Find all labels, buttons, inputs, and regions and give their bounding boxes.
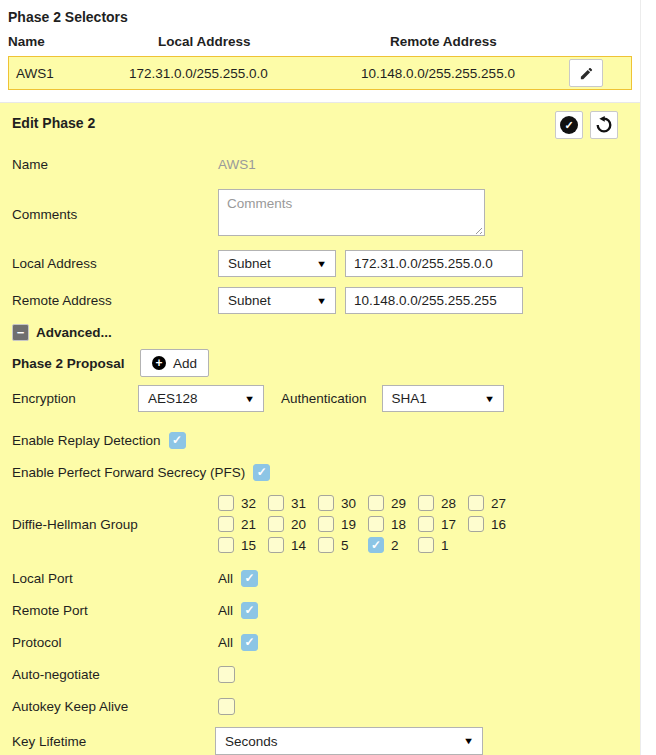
dh-group-16-checkbox[interactable] xyxy=(468,516,484,532)
dh-group-19-checkbox[interactable] xyxy=(318,516,334,532)
auto-negotiate-label: Auto-negotiate xyxy=(12,667,218,682)
remote-port-all-label: All xyxy=(218,603,233,618)
comments-textarea[interactable] xyxy=(218,189,485,236)
dh-group-row: Diffie-Hellman Group 32 31 30 29 28 27 2… xyxy=(12,495,628,553)
local-address-label: Local Address xyxy=(12,256,218,271)
check-circle-icon xyxy=(560,116,578,134)
remote-port-row: Remote Port All xyxy=(12,599,628,621)
local-address-type-select[interactable]: Subnet ▼ xyxy=(218,250,336,277)
dh-group-17-label: 17 xyxy=(441,517,456,532)
replay-detection-checkbox[interactable] xyxy=(169,432,186,449)
chevron-down-icon: ▼ xyxy=(316,259,327,269)
phase2-selectors-title: Phase 2 Selectors xyxy=(8,9,632,25)
column-header-name: Name xyxy=(8,34,128,49)
dh-group-21-label: 21 xyxy=(241,517,256,532)
authentication-select[interactable]: SHA1 ▼ xyxy=(382,385,504,412)
selector-name-cell: AWS1 xyxy=(16,66,129,81)
remote-address-type-select[interactable]: Subnet ▼ xyxy=(218,287,336,314)
protocol-all-checkbox[interactable] xyxy=(241,634,258,651)
dh-group-21-checkbox[interactable] xyxy=(218,516,234,532)
dh-group-32-checkbox[interactable] xyxy=(218,495,234,511)
local-address-row: Local Address Subnet ▼ xyxy=(12,250,628,277)
table-row[interactable]: AWS1 172.31.0.0/255.255.0.0 10.148.0.0/2… xyxy=(8,56,632,90)
dh-group-28-checkbox[interactable] xyxy=(418,495,434,511)
dh-group-19-label: 19 xyxy=(341,517,356,532)
plus-circle-icon: + xyxy=(152,356,166,370)
dh-group-32-label: 32 xyxy=(241,496,256,511)
vpn-phase2-page: Phase 2 Selectors Name Local Address Rem… xyxy=(0,0,641,755)
protocol-label: Protocol xyxy=(12,635,218,650)
encryption-select[interactable]: AES128 ▼ xyxy=(138,385,264,412)
key-lifetime-label: Key Lifetime xyxy=(12,734,215,749)
chevron-down-icon: ▼ xyxy=(316,296,327,306)
dh-group-1-checkbox[interactable] xyxy=(418,537,434,553)
dh-group-2-label: 2 xyxy=(391,538,399,553)
dh-group-27-checkbox[interactable] xyxy=(468,495,484,511)
name-label: Name xyxy=(12,157,218,172)
dh-group-16-label: 16 xyxy=(491,517,506,532)
dh-group-27-label: 27 xyxy=(491,496,506,511)
key-lifetime-value: Seconds xyxy=(225,734,278,749)
phase2-proposal-label: Phase 2 Proposal xyxy=(12,356,140,371)
autokey-keep-alive-label: Autokey Keep Alive xyxy=(12,699,218,714)
dh-group-18-checkbox[interactable] xyxy=(368,516,384,532)
remote-address-type-value: Subnet xyxy=(228,293,271,308)
dh-group-15-checkbox[interactable] xyxy=(218,537,234,553)
autokey-keep-alive-checkbox[interactable] xyxy=(218,698,235,715)
chevron-down-icon: ▼ xyxy=(244,394,255,404)
authentication-label: Authentication xyxy=(281,391,367,406)
pfs-row: Enable Perfect Forward Secrecy (PFS) xyxy=(12,461,628,483)
chevron-down-icon: ▼ xyxy=(463,736,474,746)
dh-group-18-label: 18 xyxy=(391,517,406,532)
selectors-table-header: Name Local Address Remote Address xyxy=(8,34,632,49)
auto-negotiate-checkbox[interactable] xyxy=(218,666,235,683)
dh-group-14-label: 14 xyxy=(291,538,306,553)
revert-button[interactable] xyxy=(590,111,618,139)
local-port-all-checkbox[interactable] xyxy=(241,570,258,587)
replay-detection-label: Enable Replay Detection xyxy=(12,433,161,448)
dh-group-5-label: 5 xyxy=(341,538,349,553)
key-lifetime-select[interactable]: Seconds ▼ xyxy=(215,727,483,755)
dh-group-2-checkbox[interactable] xyxy=(368,537,384,553)
local-address-type-value: Subnet xyxy=(228,256,271,271)
dh-group-31-checkbox[interactable] xyxy=(268,495,284,511)
remote-port-all-checkbox[interactable] xyxy=(241,602,258,619)
chevron-down-icon: ▼ xyxy=(484,394,495,404)
dh-group-5-checkbox[interactable] xyxy=(318,537,334,553)
add-proposal-button[interactable]: + Add xyxy=(140,349,209,377)
remote-address-input[interactable] xyxy=(345,287,523,314)
dh-group-grid: 32 31 30 29 28 27 21 20 19 18 17 16 15 xyxy=(218,495,518,553)
dh-group-20-label: 20 xyxy=(291,517,306,532)
add-button-label: Add xyxy=(173,356,197,371)
header-buttons xyxy=(555,111,618,139)
dh-group-14-checkbox[interactable] xyxy=(268,537,284,553)
local-port-row: Local Port All xyxy=(12,567,628,589)
edit-selector-button[interactable] xyxy=(569,59,603,87)
advanced-row: Advanced... xyxy=(12,324,628,341)
dh-group-label: Diffie-Hellman Group xyxy=(12,517,218,532)
dh-group-31-label: 31 xyxy=(291,496,306,511)
column-header-remote-address: Remote Address xyxy=(360,34,632,49)
pfs-checkbox[interactable] xyxy=(253,464,270,481)
dh-group-29-label: 29 xyxy=(391,496,406,511)
name-value: AWS1 xyxy=(218,157,256,172)
edit-phase2-header: Edit Phase 2 xyxy=(12,111,628,139)
remote-port-label: Remote Port xyxy=(12,603,218,618)
comments-label: Comments xyxy=(12,207,218,222)
collapse-minus-icon[interactable] xyxy=(12,324,29,341)
encryption-row: Encryption AES128 ▼ Authentication SHA1 … xyxy=(12,385,628,412)
encryption-label: Encryption xyxy=(12,391,138,406)
dh-group-20-checkbox[interactable] xyxy=(268,516,284,532)
remote-address-label: Remote Address xyxy=(12,293,218,308)
local-address-input[interactable] xyxy=(345,250,523,277)
accept-button[interactable] xyxy=(555,111,583,139)
dh-group-30-checkbox[interactable] xyxy=(318,495,334,511)
dh-group-1-label: 1 xyxy=(441,538,449,553)
dh-group-17-checkbox[interactable] xyxy=(418,516,434,532)
column-header-local-address: Local Address xyxy=(128,34,360,49)
remote-address-row: Remote Address Subnet ▼ xyxy=(12,287,628,314)
dh-group-29-checkbox[interactable] xyxy=(368,495,384,511)
key-lifetime-row: Key Lifetime Seconds ▼ xyxy=(12,727,628,755)
local-port-all-label: All xyxy=(218,571,233,586)
dh-group-30-label: 30 xyxy=(341,496,356,511)
